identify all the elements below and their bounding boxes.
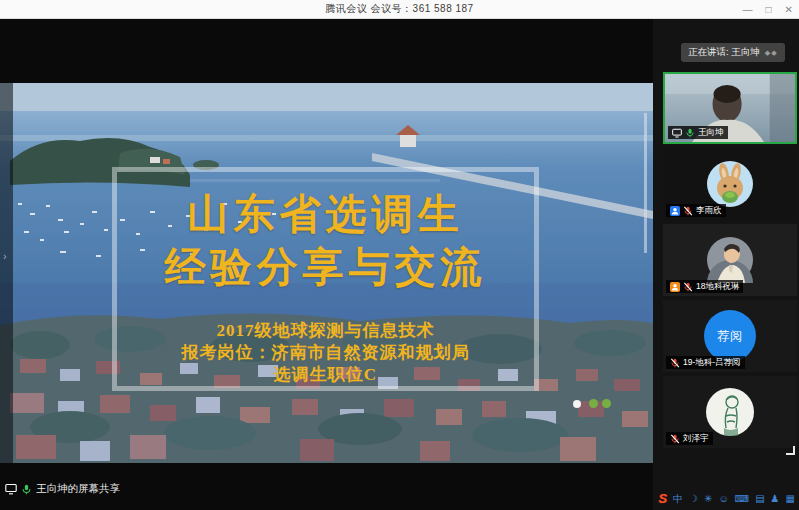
slide-subtitle-line1: 2017级地球探测与信息技术: [112, 319, 539, 342]
slide-subtitle-line2: 报考岗位：济南市自然资源和规划局: [112, 341, 539, 364]
mic-muted-icon: [670, 434, 680, 444]
share-status-label: 王向坤的屏幕共享: [36, 482, 120, 496]
ime-lang-icon[interactable]: 中: [673, 491, 683, 506]
participant-tile[interactable]: 18地科祝琳: [663, 224, 797, 296]
ime-halfwidth-moon-icon[interactable]: ☽: [689, 491, 698, 506]
participant-name: 19-地科-吕荐阅: [683, 357, 741, 369]
ime-skin-icon[interactable]: ▤: [755, 491, 764, 506]
sogou-ime-logo-icon[interactable]: S: [658, 491, 667, 506]
mic-on-icon: [21, 484, 32, 495]
participant-tile[interactable]: 刘泽宇: [663, 376, 797, 448]
chevron-right-icon[interactable]: ›: [3, 250, 7, 262]
participant-name-chip: 18地科祝琳: [666, 280, 743, 293]
pointer-dot-white: [573, 400, 581, 408]
sidebar-resize-handle[interactable]: [786, 446, 795, 455]
participant-name: 李雨欣: [696, 205, 722, 217]
participant-name-chip: 19-地科-吕荐阅: [666, 356, 745, 369]
participants-sidebar: 正在讲话: 王向坤 ◆◆: [653, 19, 799, 510]
screen-share-icon: [672, 128, 682, 138]
person-icon-blue: [670, 206, 680, 216]
pointer-dot-green-1: [589, 399, 598, 408]
ime-emoji-icon[interactable]: ☺: [718, 491, 728, 506]
window-controls: — □ ✕: [743, 0, 793, 19]
mic-muted-icon: [670, 358, 680, 368]
ime-person-icon[interactable]: ♟: [771, 491, 780, 506]
speaking-toast: 正在讲话: 王向坤 ◆◆: [681, 43, 785, 62]
ime-punctuation-icon[interactable]: ✳: [704, 491, 712, 506]
rabbit-avatar-image: [707, 161, 753, 207]
mic-muted-icon: [683, 282, 693, 292]
minimize-button[interactable]: —: [743, 0, 753, 19]
participant-tile-list: 王向坤: [663, 72, 797, 452]
initials-avatar: 荐阅: [704, 310, 756, 362]
pointer-dot-green-2: [602, 399, 611, 408]
window-titlebar: 腾讯会议 会议号：361 588 187 — □ ✕: [0, 0, 799, 19]
mic-muted-icon: [683, 206, 693, 216]
screen-share-status-bar: 王向坤的屏幕共享: [5, 481, 120, 497]
meeting-window: 腾讯会议 会议号：361 588 187 — □ ✕: [0, 0, 799, 510]
participant-name-chip: 李雨欣: [666, 204, 726, 217]
speaking-toast-label: 正在讲话: 王向坤: [688, 46, 760, 59]
slide-title-line2: 经验分享与交流: [112, 240, 539, 295]
participant-tile[interactable]: 李雨欣: [663, 148, 797, 220]
slide-title-line1: 山东省选调生: [112, 187, 539, 242]
participant-name: 刘泽宇: [683, 433, 709, 445]
ime-toolbar: S 中 ☽ ✳ ☺ ⌨ ▤ ♟ ▦: [658, 491, 795, 506]
person-icon-orange: [670, 282, 680, 292]
participant-name-chip: 王向坤: [668, 126, 728, 139]
mic-on-icon: [685, 128, 695, 138]
audio-waves-icon: ◆◆: [765, 49, 778, 57]
sketch-avatar-image: [706, 388, 754, 436]
slide-subtitle-line3: 选调生职位C: [112, 363, 539, 386]
window-title: 腾讯会议 会议号：361 588 187: [325, 2, 473, 16]
person-photo-avatar-image: [707, 237, 753, 283]
slide-nav-strip[interactable]: ›: [0, 83, 13, 463]
ime-keyboard-icon[interactable]: ⌨: [735, 491, 749, 506]
shared-screen-region: › 山东省选调生 经验分享与交流 2017级地球探测与信息技术 报考岗位：济南市…: [0, 19, 653, 510]
maximize-button[interactable]: □: [766, 0, 772, 19]
participant-name: 18地科祝琳: [696, 281, 739, 293]
participant-tile[interactable]: 荐阅 19-地科-吕荐阅: [663, 300, 797, 372]
participant-tile[interactable]: 王向坤: [663, 72, 797, 144]
ime-toolbox-icon[interactable]: ▦: [786, 491, 795, 506]
close-button[interactable]: ✕: [785, 0, 793, 19]
monitor-icon: [5, 483, 17, 495]
participant-name-chip: 刘泽宇: [666, 432, 713, 445]
participant-name: 王向坤: [698, 127, 724, 139]
